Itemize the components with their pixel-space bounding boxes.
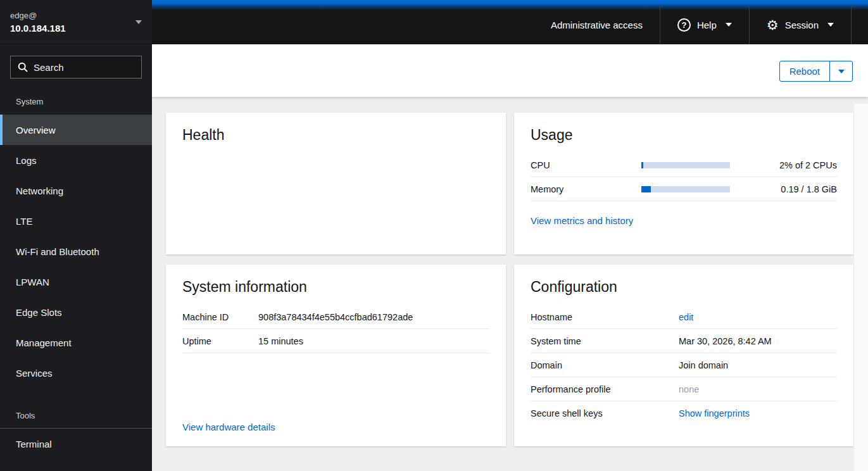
system-time-row: System time Mar 30, 2026, 8:42 AM (531, 329, 837, 353)
cpu-progress-fill (641, 162, 643, 168)
configuration-table: Hostname edit System time Mar 30, 2026, … (531, 305, 837, 425)
usage-row-memory: Memory 0.19 / 1.8 GiB (531, 177, 837, 201)
sidebar-item-management[interactable]: Management (0, 327, 152, 358)
usage-card: Usage CPU 2% of 2 CPUs Memory (514, 113, 853, 254)
system-time-label: System time (531, 336, 679, 346)
scrollbar[interactable] (854, 104, 868, 471)
caret-down-icon (726, 23, 732, 27)
hostname-edit-link[interactable]: edit (679, 312, 693, 322)
domain-row: Domain Join domain (531, 353, 837, 377)
search-input[interactable] (34, 62, 160, 73)
usage-card-title: Usage (531, 127, 837, 144)
admin-access-label: Administrative access (551, 20, 643, 30)
sidebar-item-logs[interactable]: Logs (0, 145, 152, 175)
show-fingerprints-link[interactable]: Show fingerprints (679, 408, 750, 418)
host-info: edge@ 10.0.184.181 (10, 11, 66, 34)
sidebar-item-lte[interactable]: LTE (0, 206, 152, 236)
search-icon (18, 62, 28, 72)
join-domain-button[interactable]: Join domain (679, 360, 728, 370)
secure-shell-keys-row: Secure shell keys Show fingerprints (531, 401, 837, 425)
cpu-label: CPU (531, 160, 641, 170)
session-label: Session (785, 20, 819, 30)
hostname-row: Hostname edit (531, 305, 837, 329)
session-menu-button[interactable]: ⚙ Session (750, 5, 851, 44)
gear-icon: ⚙ (767, 18, 779, 32)
cpu-progress-bar (641, 162, 730, 168)
uptime-value: 15 minutes (258, 336, 303, 346)
sidebar-item-overview[interactable]: Overview (0, 115, 152, 145)
sidebar-item-terminal[interactable]: Terminal (0, 429, 152, 459)
system-information-card: System information Machine ID 908f3a7843… (166, 265, 506, 446)
sidebar-item-lpwan[interactable]: LPWAN (0, 267, 152, 297)
domain-label: Domain (531, 360, 679, 370)
machine-id-value: 908f3a78434f4e55b4ccfbad61792ade (258, 312, 413, 322)
caret-down-icon (827, 23, 834, 27)
sidebar-section-tools: Tools (0, 411, 152, 420)
usage-row-cpu: CPU 2% of 2 CPUs (531, 153, 837, 177)
page-toolbar: Reboot (152, 44, 868, 97)
masthead-toolbar: Administrative access ? Help ⚙ Session (152, 5, 868, 44)
health-card: Health (166, 113, 506, 254)
configuration-title: Configuration (531, 279, 837, 296)
sidebar-item-wifi-bluetooth[interactable]: Wi-Fi and Bluetooth (0, 236, 152, 267)
memory-usage-value: 0.19 / 1.8 GiB (781, 184, 837, 194)
performance-profile-value: none (679, 384, 699, 394)
reboot-split-button: Reboot (779, 61, 853, 82)
memory-label: Memory (531, 184, 641, 194)
masthead: Administrative access ? Help ⚙ Session (152, 0, 868, 44)
sidebar-item-services[interactable]: Services (0, 358, 152, 388)
machine-id-row: Machine ID 908f3a78434f4e55b4ccfbad61792… (182, 305, 489, 329)
system-time-value[interactable]: Mar 30, 2026, 8:42 AM (679, 336, 772, 346)
performance-profile-label: Performance profile (531, 384, 679, 394)
help-menu-button[interactable]: ? Help (660, 5, 749, 44)
caret-down-icon (838, 70, 845, 73)
reboot-dropdown-toggle[interactable] (830, 61, 852, 81)
sidebar: edge@ 10.0.184.181 System Overview Logs … (0, 0, 152, 471)
usage-table: CPU 2% of 2 CPUs Memory 0.19 / 1.8 GiB (531, 153, 837, 201)
health-card-title: Health (182, 127, 489, 144)
caret-down-icon (135, 20, 142, 24)
cpu-usage-value: 2% of 2 CPUs (779, 160, 837, 170)
machine-id-label: Machine ID (182, 312, 258, 322)
question-circle-icon: ? (677, 18, 691, 32)
card-grid: Health Usage CPU 2% of 2 CPUs Memory (166, 113, 853, 446)
sidebar-section-system: System (0, 97, 152, 115)
secure-shell-keys-label: Secure shell keys (531, 408, 679, 418)
sidebar-search[interactable] (10, 56, 142, 78)
system-information-title: System information (182, 279, 489, 296)
system-information-table: Machine ID 908f3a78434f4e55b4ccfbad61792… (182, 305, 489, 353)
sidebar-item-edge-slots[interactable]: Edge Slots (0, 297, 152, 327)
admin-access-indicator[interactable]: Administrative access (534, 5, 660, 44)
configuration-card: Configuration Hostname edit System time … (514, 265, 853, 446)
performance-profile-row: Performance profile none (531, 377, 837, 401)
uptime-row: Uptime 15 minutes (182, 329, 489, 353)
host-address: 10.0.184.181 (10, 23, 66, 34)
cockpit-app: edge@ 10.0.184.181 System Overview Logs … (0, 0, 868, 471)
hostname-label: Hostname (531, 312, 679, 322)
memory-progress-bar (641, 186, 730, 192)
overview-content: Health Usage CPU 2% of 2 CPUs Memory (152, 97, 868, 471)
memory-progress-fill (641, 186, 651, 192)
view-hardware-details-link[interactable]: View hardware details (182, 422, 489, 432)
reboot-button[interactable]: Reboot (780, 61, 830, 81)
host-user: edge@ (10, 11, 66, 20)
help-label: Help (697, 20, 717, 30)
uptime-label: Uptime (182, 336, 258, 346)
host-switcher[interactable]: edge@ 10.0.184.181 (0, 0, 152, 44)
view-metrics-link[interactable]: View metrics and history (531, 215, 837, 226)
masthead-spacer (852, 5, 868, 44)
sidebar-item-networking[interactable]: Networking (0, 175, 152, 206)
